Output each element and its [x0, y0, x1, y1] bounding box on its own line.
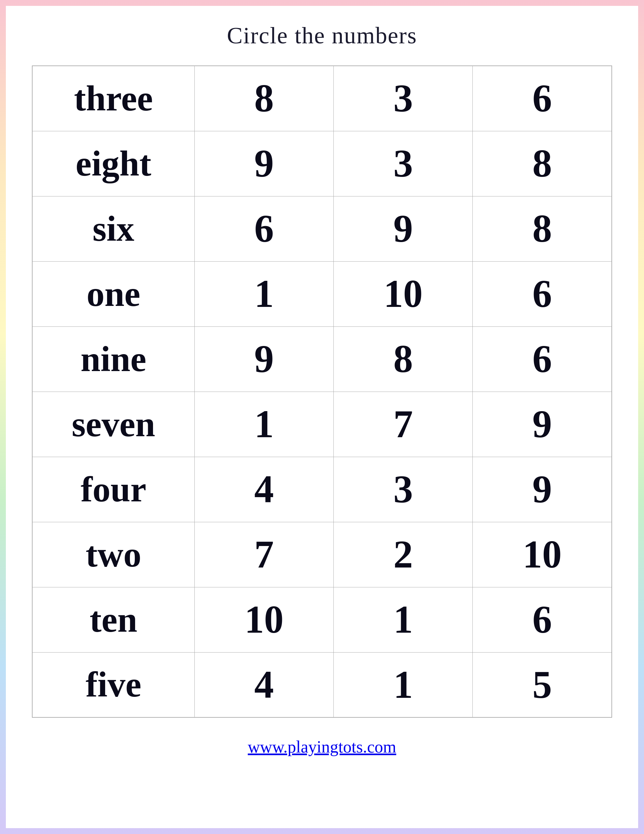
number-cell-3: 6: [473, 326, 612, 391]
table-row: two7210: [32, 522, 612, 587]
page-title: Circle the numbers: [227, 22, 417, 49]
number-cell-2: 3: [334, 66, 473, 131]
word-cell: three: [32, 66, 194, 131]
number-cell-1: 9: [194, 131, 333, 196]
number-cell-3: 8: [473, 131, 612, 196]
number-cell-3: 6: [473, 66, 612, 131]
number-cell-2: 1: [334, 587, 473, 652]
number-cell-2: 8: [334, 326, 473, 391]
number-cell-3: 9: [473, 457, 612, 522]
word-cell: two: [32, 522, 194, 587]
number-cell-1: 9: [194, 326, 333, 391]
number-cell-2: 2: [334, 522, 473, 587]
number-cell-1: 1: [194, 261, 333, 326]
number-cell-1: 8: [194, 66, 333, 131]
table-row: one1106: [32, 261, 612, 326]
number-cell-1: 7: [194, 522, 333, 587]
number-cell-1: 4: [194, 457, 333, 522]
number-cell-1: 1: [194, 391, 333, 457]
number-cell-2: 10: [334, 261, 473, 326]
number-cell-2: 3: [334, 457, 473, 522]
number-cell-3: 8: [473, 196, 612, 261]
table-row: six698: [32, 196, 612, 261]
word-cell: five: [32, 652, 194, 718]
word-cell: one: [32, 261, 194, 326]
table-row: seven179: [32, 391, 612, 457]
number-cell-1: 10: [194, 587, 333, 652]
page-inner: Circle the numbers three836eight938six69…: [6, 6, 638, 828]
number-cell-3: 9: [473, 391, 612, 457]
website-link[interactable]: www.playingtots.com: [248, 737, 396, 756]
number-cell-2: 9: [334, 196, 473, 261]
number-cell-2: 7: [334, 391, 473, 457]
page-wrapper: Circle the numbers three836eight938six69…: [0, 0, 644, 834]
word-cell: six: [32, 196, 194, 261]
table-row: four439: [32, 457, 612, 522]
number-cell-3: 6: [473, 261, 612, 326]
number-cell-1: 6: [194, 196, 333, 261]
number-table: three836eight938six698one1106nine986seve…: [32, 65, 612, 718]
table-row: five415: [32, 652, 612, 718]
word-cell: four: [32, 457, 194, 522]
table-row: nine986: [32, 326, 612, 391]
word-cell: eight: [32, 131, 194, 196]
footer-link[interactable]: www.playingtots.com: [248, 737, 396, 756]
table-row: three836: [32, 66, 612, 131]
table-row: eight938: [32, 131, 612, 196]
word-cell: ten: [32, 587, 194, 652]
number-cell-3: 10: [473, 522, 612, 587]
word-cell: nine: [32, 326, 194, 391]
number-cell-2: 3: [334, 131, 473, 196]
word-cell: seven: [32, 391, 194, 457]
number-cell-3: 5: [473, 652, 612, 718]
number-cell-1: 4: [194, 652, 333, 718]
table-row: ten1016: [32, 587, 612, 652]
number-cell-2: 1: [334, 652, 473, 718]
number-cell-3: 6: [473, 587, 612, 652]
